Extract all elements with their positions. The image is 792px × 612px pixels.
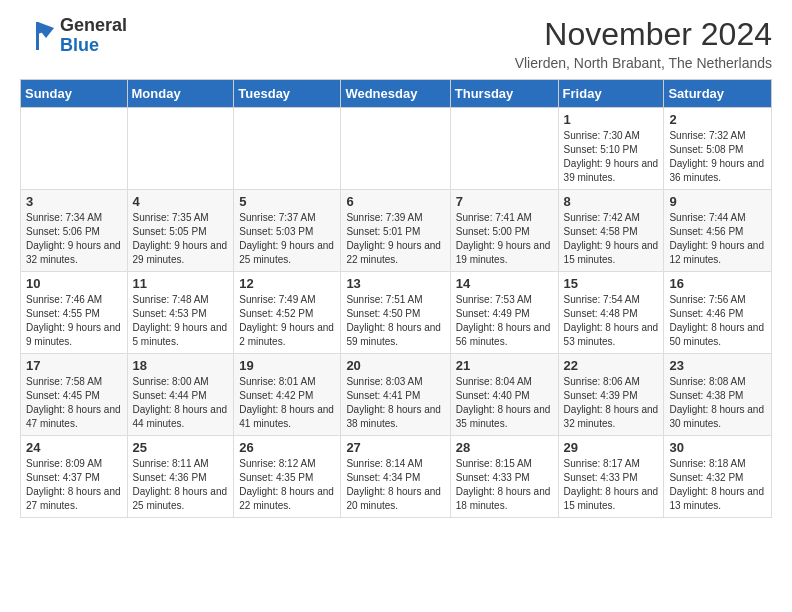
day-number: 7 [456, 194, 553, 209]
calendar-cell: 15Sunrise: 7:54 AM Sunset: 4:48 PM Dayli… [558, 272, 664, 354]
day-number: 18 [133, 358, 229, 373]
day-info: Sunrise: 7:37 AM Sunset: 5:03 PM Dayligh… [239, 211, 335, 267]
day-number: 4 [133, 194, 229, 209]
calendar-cell [21, 108, 128, 190]
day-number: 23 [669, 358, 766, 373]
day-number: 5 [239, 194, 335, 209]
col-header-saturday: Saturday [664, 80, 772, 108]
calendar-week-2: 10Sunrise: 7:46 AM Sunset: 4:55 PM Dayli… [21, 272, 772, 354]
calendar-cell [127, 108, 234, 190]
calendar-cell: 17Sunrise: 7:58 AM Sunset: 4:45 PM Dayli… [21, 354, 128, 436]
calendar-table: SundayMondayTuesdayWednesdayThursdayFrid… [20, 79, 772, 518]
day-number: 20 [346, 358, 444, 373]
day-number: 24 [26, 440, 122, 455]
day-number: 12 [239, 276, 335, 291]
day-number: 28 [456, 440, 553, 455]
day-info: Sunrise: 7:30 AM Sunset: 5:10 PM Dayligh… [564, 129, 659, 185]
day-number: 26 [239, 440, 335, 455]
day-info: Sunrise: 8:17 AM Sunset: 4:33 PM Dayligh… [564, 457, 659, 513]
day-info: Sunrise: 7:44 AM Sunset: 4:56 PM Dayligh… [669, 211, 766, 267]
calendar-cell: 22Sunrise: 8:06 AM Sunset: 4:39 PM Dayli… [558, 354, 664, 436]
col-header-wednesday: Wednesday [341, 80, 450, 108]
location: Vlierden, North Brabant, The Netherlands [515, 55, 772, 71]
col-header-friday: Friday [558, 80, 664, 108]
day-number: 3 [26, 194, 122, 209]
calendar-cell: 12Sunrise: 7:49 AM Sunset: 4:52 PM Dayli… [234, 272, 341, 354]
calendar-cell: 3Sunrise: 7:34 AM Sunset: 5:06 PM Daylig… [21, 190, 128, 272]
calendar-cell [234, 108, 341, 190]
calendar-cell: 1Sunrise: 7:30 AM Sunset: 5:10 PM Daylig… [558, 108, 664, 190]
day-number: 10 [26, 276, 122, 291]
day-info: Sunrise: 8:14 AM Sunset: 4:34 PM Dayligh… [346, 457, 444, 513]
day-number: 27 [346, 440, 444, 455]
day-info: Sunrise: 7:39 AM Sunset: 5:01 PM Dayligh… [346, 211, 444, 267]
logo-text: General Blue [60, 16, 127, 56]
day-number: 16 [669, 276, 766, 291]
calendar-cell: 13Sunrise: 7:51 AM Sunset: 4:50 PM Dayli… [341, 272, 450, 354]
calendar-cell: 6Sunrise: 7:39 AM Sunset: 5:01 PM Daylig… [341, 190, 450, 272]
day-info: Sunrise: 8:15 AM Sunset: 4:33 PM Dayligh… [456, 457, 553, 513]
calendar-cell [450, 108, 558, 190]
calendar-cell: 28Sunrise: 8:15 AM Sunset: 4:33 PM Dayli… [450, 436, 558, 518]
day-number: 9 [669, 194, 766, 209]
day-number: 8 [564, 194, 659, 209]
day-info: Sunrise: 7:56 AM Sunset: 4:46 PM Dayligh… [669, 293, 766, 349]
day-info: Sunrise: 7:42 AM Sunset: 4:58 PM Dayligh… [564, 211, 659, 267]
calendar-cell: 29Sunrise: 8:17 AM Sunset: 4:33 PM Dayli… [558, 436, 664, 518]
calendar-cell: 16Sunrise: 7:56 AM Sunset: 4:46 PM Dayli… [664, 272, 772, 354]
day-info: Sunrise: 7:35 AM Sunset: 5:05 PM Dayligh… [133, 211, 229, 267]
logo-icon [20, 18, 56, 54]
col-header-thursday: Thursday [450, 80, 558, 108]
calendar-header-row: SundayMondayTuesdayWednesdayThursdayFrid… [21, 80, 772, 108]
calendar-week-1: 3Sunrise: 7:34 AM Sunset: 5:06 PM Daylig… [21, 190, 772, 272]
day-info: Sunrise: 8:04 AM Sunset: 4:40 PM Dayligh… [456, 375, 553, 431]
calendar-cell: 25Sunrise: 8:11 AM Sunset: 4:36 PM Dayli… [127, 436, 234, 518]
calendar-cell: 8Sunrise: 7:42 AM Sunset: 4:58 PM Daylig… [558, 190, 664, 272]
day-number: 6 [346, 194, 444, 209]
col-header-monday: Monday [127, 80, 234, 108]
day-info: Sunrise: 7:48 AM Sunset: 4:53 PM Dayligh… [133, 293, 229, 349]
col-header-sunday: Sunday [21, 80, 128, 108]
calendar-week-4: 24Sunrise: 8:09 AM Sunset: 4:37 PM Dayli… [21, 436, 772, 518]
calendar-week-3: 17Sunrise: 7:58 AM Sunset: 4:45 PM Dayli… [21, 354, 772, 436]
calendar-week-0: 1Sunrise: 7:30 AM Sunset: 5:10 PM Daylig… [21, 108, 772, 190]
day-number: 2 [669, 112, 766, 127]
calendar-cell: 9Sunrise: 7:44 AM Sunset: 4:56 PM Daylig… [664, 190, 772, 272]
day-info: Sunrise: 8:03 AM Sunset: 4:41 PM Dayligh… [346, 375, 444, 431]
day-number: 19 [239, 358, 335, 373]
day-number: 13 [346, 276, 444, 291]
title-area: November 2024 Vlierden, North Brabant, T… [515, 16, 772, 71]
day-number: 22 [564, 358, 659, 373]
day-number: 11 [133, 276, 229, 291]
page: General Blue November 2024 Vlierden, Nor… [0, 0, 792, 534]
logo-line1: General [60, 16, 127, 36]
logo-line2: Blue [60, 36, 127, 56]
day-info: Sunrise: 8:06 AM Sunset: 4:39 PM Dayligh… [564, 375, 659, 431]
day-info: Sunrise: 8:18 AM Sunset: 4:32 PM Dayligh… [669, 457, 766, 513]
day-info: Sunrise: 8:12 AM Sunset: 4:35 PM Dayligh… [239, 457, 335, 513]
calendar-cell: 24Sunrise: 8:09 AM Sunset: 4:37 PM Dayli… [21, 436, 128, 518]
calendar-cell: 27Sunrise: 8:14 AM Sunset: 4:34 PM Dayli… [341, 436, 450, 518]
header: General Blue November 2024 Vlierden, Nor… [20, 16, 772, 71]
col-header-tuesday: Tuesday [234, 80, 341, 108]
calendar-cell: 7Sunrise: 7:41 AM Sunset: 5:00 PM Daylig… [450, 190, 558, 272]
calendar-cell: 2Sunrise: 7:32 AM Sunset: 5:08 PM Daylig… [664, 108, 772, 190]
day-number: 14 [456, 276, 553, 291]
logo: General Blue [20, 16, 127, 56]
calendar-cell: 10Sunrise: 7:46 AM Sunset: 4:55 PM Dayli… [21, 272, 128, 354]
calendar-cell: 30Sunrise: 8:18 AM Sunset: 4:32 PM Dayli… [664, 436, 772, 518]
day-info: Sunrise: 8:09 AM Sunset: 4:37 PM Dayligh… [26, 457, 122, 513]
day-number: 29 [564, 440, 659, 455]
month-title: November 2024 [515, 16, 772, 53]
day-number: 15 [564, 276, 659, 291]
day-number: 30 [669, 440, 766, 455]
calendar-cell: 19Sunrise: 8:01 AM Sunset: 4:42 PM Dayli… [234, 354, 341, 436]
calendar-cell: 4Sunrise: 7:35 AM Sunset: 5:05 PM Daylig… [127, 190, 234, 272]
day-number: 17 [26, 358, 122, 373]
day-info: Sunrise: 8:01 AM Sunset: 4:42 PM Dayligh… [239, 375, 335, 431]
day-info: Sunrise: 7:32 AM Sunset: 5:08 PM Dayligh… [669, 129, 766, 185]
calendar-cell: 14Sunrise: 7:53 AM Sunset: 4:49 PM Dayli… [450, 272, 558, 354]
day-info: Sunrise: 8:08 AM Sunset: 4:38 PM Dayligh… [669, 375, 766, 431]
day-info: Sunrise: 7:53 AM Sunset: 4:49 PM Dayligh… [456, 293, 553, 349]
day-number: 1 [564, 112, 659, 127]
